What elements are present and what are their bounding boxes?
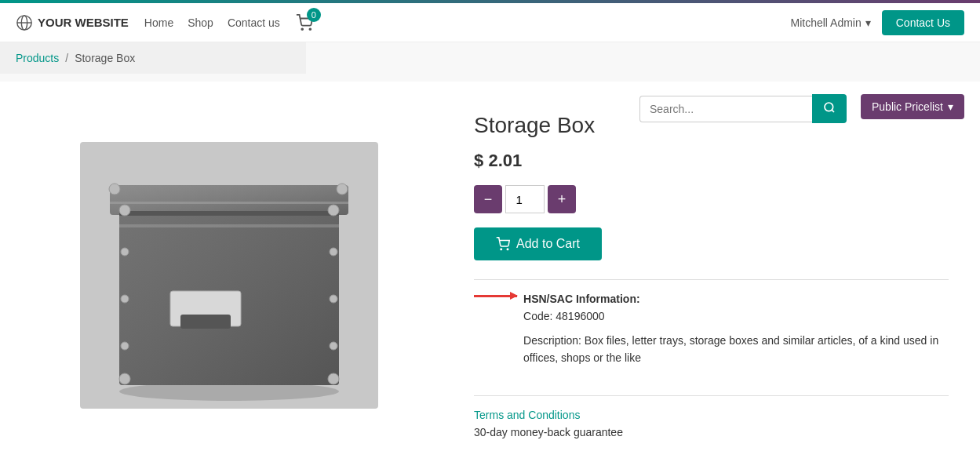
arrow-head — [510, 292, 518, 300]
svg-rect-11 — [110, 185, 348, 215]
user-dropdown[interactable]: Mitchell Admin ▾ — [790, 16, 870, 29]
arrow-indicator — [474, 295, 517, 297]
svg-point-20 — [119, 373, 130, 384]
svg-point-23 — [121, 295, 129, 303]
divider-2 — [474, 395, 949, 396]
svg-point-3 — [301, 28, 303, 30]
user-name: Mitchell Admin — [790, 16, 861, 29]
breadcrumb: Products / Storage Box — [0, 42, 306, 74]
cart-badge: 0 — [307, 8, 321, 22]
storage-box-svg — [80, 142, 378, 409]
svg-point-16 — [109, 184, 120, 195]
hsn-description: Description: Box files, letter trays, st… — [523, 332, 949, 367]
nav-home[interactable]: Home — [144, 16, 173, 29]
globe-icon — [16, 14, 33, 31]
svg-point-26 — [330, 295, 337, 303]
svg-point-17 — [337, 184, 348, 195]
svg-point-19 — [328, 205, 339, 216]
hsn-title: HSN/SAC Information: — [523, 293, 949, 305]
svg-point-25 — [330, 248, 337, 256]
product-title: Storage Box — [474, 113, 949, 138]
breadcrumb-products-link[interactable]: Products — [16, 52, 59, 64]
product-image — [80, 142, 378, 409]
topbar: YOUR WEBSITE Home Shop Contact us 0 Mitc… — [0, 3, 980, 42]
main-content: Storage Box $ 2.01 − + Add to Cart — [0, 82, 980, 462]
terms-link[interactable]: Terms and Conditions — [474, 409, 949, 421]
svg-point-30 — [507, 249, 508, 250]
nav-links: Home Shop Contact us — [144, 16, 280, 29]
add-to-cart-button[interactable]: Add to Cart — [474, 227, 602, 260]
svg-point-18 — [119, 205, 130, 216]
product-info-section: Storage Box $ 2.01 − + Add to Cart — [443, 97, 964, 454]
breadcrumb-separator: / — [65, 52, 68, 64]
quantity-decrease-button[interactable]: − — [474, 185, 502, 213]
add-to-cart-label: Add to Cart — [516, 237, 580, 251]
arrow-line — [474, 295, 517, 297]
quantity-input[interactable] — [505, 185, 545, 213]
hsn-code: Code: 48196000 — [523, 310, 949, 322]
svg-rect-13 — [110, 202, 348, 204]
svg-rect-28 — [119, 224, 339, 227]
quantity-row: − + — [474, 185, 949, 213]
contact-us-button[interactable]: Contact Us — [882, 10, 964, 35]
hsn-section: HSN/SAC Information: Code: 48196000 Desc… — [523, 293, 949, 383]
svg-rect-15 — [180, 315, 231, 329]
dropdown-arrow-icon: ▾ — [865, 16, 871, 29]
svg-point-29 — [501, 249, 502, 250]
guarantee-text: 30-day money-back guarantee — [474, 426, 949, 438]
topbar-right: Mitchell Admin ▾ Contact Us — [790, 10, 964, 35]
svg-point-27 — [330, 342, 337, 350]
cart-icon[interactable]: 0 — [296, 14, 313, 31]
svg-point-21 — [328, 373, 339, 384]
nav-shop[interactable]: Shop — [188, 16, 213, 29]
svg-rect-12 — [119, 211, 339, 216]
product-image-section — [16, 97, 443, 454]
svg-point-24 — [121, 342, 129, 350]
divider-1 — [474, 279, 949, 280]
breadcrumb-current: Storage Box — [75, 52, 135, 64]
topbar-left: YOUR WEBSITE Home Shop Contact us 0 — [16, 14, 790, 31]
cart-btn-icon — [496, 237, 510, 251]
logo[interactable]: YOUR WEBSITE — [16, 14, 129, 31]
svg-point-4 — [309, 28, 311, 30]
product-price: $ 2.01 — [474, 151, 949, 171]
nav-contact[interactable]: Contact us — [228, 16, 280, 29]
quantity-increase-button[interactable]: + — [548, 185, 576, 213]
svg-point-22 — [121, 248, 129, 256]
logo-text: YOUR WEBSITE — [38, 16, 129, 29]
